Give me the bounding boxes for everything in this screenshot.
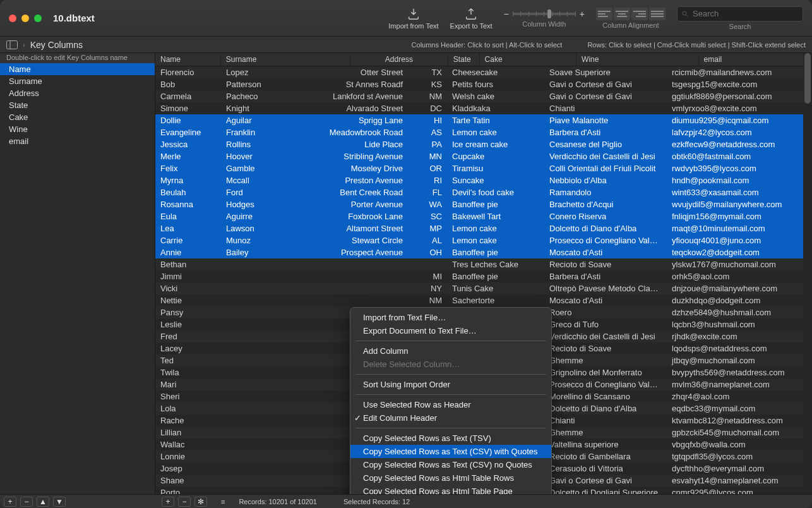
table-row[interactable]: CarrieMunozStewart CircleALLemon cakePro… <box>155 234 812 246</box>
import-from-text-button[interactable]: Import from Text <box>388 7 438 30</box>
table-cell: vmlyrxoo8@excite.com <box>667 104 812 113</box>
table-cell: Tarte Tatin <box>447 116 544 125</box>
table-row[interactable]: MyrnaMccallPreston AvenueRISuncakeNebbio… <box>155 174 812 186</box>
export-to-text-button[interactable]: Export to Text <box>450 7 493 30</box>
column-header-email[interactable]: email <box>699 53 812 66</box>
sidebar-remove-button[interactable]: − <box>20 497 33 507</box>
table-cell: Colli Orientali del Friuli Picolit <box>544 164 667 173</box>
svg-rect-1 <box>7 40 18 49</box>
menu-item[interactable]: Sort Using Import Order <box>350 378 551 391</box>
table-row[interactable]: FelixGambleMoseley DriveORTiramisuColli … <box>155 162 812 174</box>
row-settings-button[interactable]: ✻ <box>194 497 207 507</box>
menu-item[interactable]: Copy Selected Rows as Text (TSV) <box>350 432 551 445</box>
sidebar-item-state[interactable]: State <box>0 99 155 111</box>
column-header-name[interactable]: Name <box>155 53 221 66</box>
vertical-scrollbar[interactable] <box>803 53 812 494</box>
table-cell: Grignolino del Monferrato <box>544 368 667 377</box>
sidebar-item-name[interactable]: Name <box>0 63 155 75</box>
menu-item[interactable]: Copy Selected Rows as Text (CSV) with Qu… <box>350 445 551 458</box>
table-cell: Prosecco di Conegliano Vald… <box>544 380 667 389</box>
sidebar-item-cake[interactable]: Cake <box>0 111 155 123</box>
search-input[interactable] <box>693 9 799 18</box>
table-row[interactable]: SimoneKnightAlvarado StreetDCKladdkakaCh… <box>155 102 812 114</box>
menu-item[interactable]: ✓Edit Column Header <box>350 411 551 425</box>
table-cell: Mccall <box>221 176 287 185</box>
sidebar-item-surname[interactable]: Surname <box>0 75 155 87</box>
table-cell: Moscato d'Asti <box>544 296 667 305</box>
menu-item[interactable]: Import from Text File… <box>350 311 551 324</box>
row-remove-button[interactable]: − <box>178 497 191 507</box>
column-header-surname[interactable]: Surname <box>221 53 350 66</box>
table-row[interactable]: BethanTres Leches CakeRecioto di Soaveyl… <box>155 258 812 270</box>
table-cell: rcicmib@mailandnews.com <box>667 68 812 77</box>
table-cell: Kladdkaka <box>447 104 544 113</box>
table-cell: Lillian <box>155 428 221 437</box>
table-cell: Stribling Avenue <box>287 152 408 161</box>
table-cell: Valtellina superiore <box>544 440 667 449</box>
table-cell: Sheri <box>155 392 221 401</box>
table-cell: Wallac <box>155 440 221 449</box>
column-header-cake[interactable]: Cake <box>480 53 577 66</box>
table-row[interactable]: JessicaRollinsLide PlacePAIce cream cake… <box>155 138 812 150</box>
zoom-window-button[interactable] <box>34 15 42 22</box>
table-cell: MI <box>408 272 447 281</box>
table-row[interactable]: DollieAguilarSprigg LaneHITarte TatinPia… <box>155 114 812 126</box>
table-row[interactable]: VickiNYTunis CakeOltrepò Pavese Metodo C… <box>155 282 812 294</box>
increase-width-button[interactable]: + <box>580 9 585 19</box>
table-row[interactable]: AnnieBaileyProspect AvenueOHBanoffee pie… <box>155 246 812 258</box>
column-width-slider[interactable]: − + <box>504 9 585 19</box>
table-row[interactable]: MerleHooverStribling AvenueMNCupcakeVerd… <box>155 150 812 162</box>
table-row[interactable]: BeulahFordBent Creek RoadFLDevil's food … <box>155 186 812 198</box>
table-row[interactable]: EulaAguirreFoxbrook LaneSCBakewell TartC… <box>155 210 812 222</box>
align-right-button[interactable] <box>631 8 648 20</box>
table-cell: Recioto di Gambellara <box>544 452 667 461</box>
column-header-address[interactable]: Address <box>350 53 448 66</box>
minimize-window-button[interactable] <box>21 15 29 22</box>
sidebar-item-wine[interactable]: Wine <box>0 123 155 135</box>
sidebar-move-down-button[interactable]: ▼ <box>53 497 66 507</box>
table-cell: Alvarado Street <box>287 104 408 113</box>
search-box[interactable] <box>677 6 803 21</box>
menu-item[interactable]: Copy Selected Rows as Html Table Rows <box>350 471 551 485</box>
table-row[interactable]: NettieNMSachertorteMoscato d'Astiduzkhdq… <box>155 294 812 306</box>
table-cell: NM <box>408 92 447 101</box>
sidebar-item-address[interactable]: Address <box>0 87 155 99</box>
align-center-button[interactable] <box>614 8 630 20</box>
table-cell: Beulah <box>155 188 221 197</box>
table-row[interactable]: FlorencioLopezOtter StreetTXCheesecakeSo… <box>155 66 812 78</box>
breadcrumb[interactable]: Key Columns <box>30 40 83 50</box>
table-cell: Recioto di Soave <box>544 344 667 353</box>
menu-item[interactable]: Use Selected Row as Header <box>350 398 551 411</box>
column-header-state[interactable]: State <box>448 53 480 66</box>
menu-item[interactable]: Add Column <box>350 344 551 358</box>
table-cell: Chianti <box>544 416 667 425</box>
align-left-button[interactable] <box>596 8 612 20</box>
menu-item[interactable]: Copy Selected Rows as Text (CSV) no Quot… <box>350 458 551 471</box>
table-row[interactable]: CarmelaPachecoLankford st AvenueNMWelsh … <box>155 90 812 102</box>
decrease-width-button[interactable]: − <box>504 9 509 19</box>
sidebar-add-button[interactable]: + <box>4 497 16 507</box>
table-cell: Welsh cake <box>447 92 544 101</box>
column-header-wine[interactable]: Wine <box>576 53 698 66</box>
menu-item[interactable]: Export Document to Text File… <box>350 324 551 337</box>
table-row[interactable]: RosannaHodgesPorter AvenueWABanoffee pie… <box>155 198 812 210</box>
table-row[interactable]: EvangelineFranklinMeadowbrook RoadASLemo… <box>155 126 812 138</box>
sidebar-toggle-icon[interactable] <box>6 40 18 49</box>
table-cell: dnjzoue@mailanywhere.com <box>667 284 812 293</box>
align-justify-button[interactable] <box>649 8 666 20</box>
sidebar-item-email[interactable]: email <box>0 135 155 147</box>
table-cell: ktvambc812@netaddress.com <box>667 416 812 425</box>
row-add-button[interactable]: + <box>162 497 174 507</box>
list-icon[interactable]: ≡ <box>221 498 225 505</box>
table-cell: Ted <box>155 356 221 365</box>
table-cell: Rollins <box>221 140 287 149</box>
table-row[interactable]: LeaLawsonAltamont StreetMPLemon cakeDolc… <box>155 222 812 234</box>
table-row[interactable]: BobPattersonSt Annes RoadfKSPetits fours… <box>155 78 812 90</box>
table-row[interactable]: JimmiMIBanoffee pieBarbera d'Astiorhk5@a… <box>155 270 812 282</box>
rows-hint-text: Rows: Click to select | Cmd-Click multi … <box>587 41 806 49</box>
table-cell: tsgespg15@excite.com <box>667 80 812 89</box>
table-cell: Vicki <box>155 284 221 293</box>
close-window-button[interactable] <box>9 15 16 22</box>
menu-item[interactable]: Copy Selected Rows as Html Table Page <box>350 485 551 494</box>
sidebar-move-up-button[interactable]: ▲ <box>37 497 49 507</box>
